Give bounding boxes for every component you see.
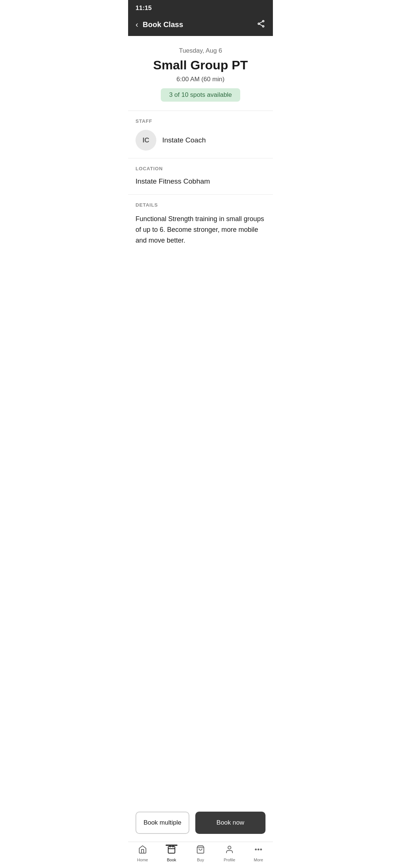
details-text: Functional Strength training in small gr…	[136, 214, 265, 246]
spots-badge: 3 of 10 spots available	[161, 88, 240, 102]
location-label: LOCATION	[136, 166, 265, 171]
nav-title: Book Class	[143, 20, 183, 29]
class-date: Tuesday, Aug 6	[136, 47, 265, 55]
class-header: Tuesday, Aug 6 Small Group PT 6:00 AM (6…	[128, 36, 273, 111]
status-time: 11:15	[136, 4, 151, 11]
location-name: Instate Fitness Cobham	[136, 177, 265, 185]
nav-bar: ‹ Book Class	[128, 15, 273, 36]
svg-point-2	[263, 26, 264, 27]
share-button[interactable]	[257, 19, 265, 30]
status-bar: 11:15	[128, 0, 273, 15]
staff-name: Instate Coach	[162, 136, 206, 144]
details-section: DETAILS Functional Strength training in …	[128, 195, 273, 246]
class-time: 6:00 AM (60 min)	[136, 76, 265, 83]
location-section: LOCATION Instate Fitness Cobham	[128, 158, 273, 195]
svg-point-1	[258, 23, 260, 24]
staff-label: STAFF	[136, 118, 265, 124]
back-button[interactable]: ‹ Book Class	[136, 20, 183, 30]
svg-point-0	[263, 20, 264, 22]
back-icon: ‹	[136, 20, 138, 30]
staff-avatar: IC	[136, 130, 156, 151]
staff-section: STAFF IC Instate Coach	[128, 111, 273, 158]
share-icon	[257, 19, 265, 28]
main-content: Tuesday, Aug 6 Small Group PT 6:00 AM (6…	[128, 36, 273, 316]
class-name: Small Group PT	[136, 58, 265, 72]
staff-row: IC Instate Coach	[136, 130, 265, 151]
svg-line-3	[260, 24, 263, 26]
svg-line-4	[260, 22, 263, 23]
details-label: DETAILS	[136, 202, 265, 208]
